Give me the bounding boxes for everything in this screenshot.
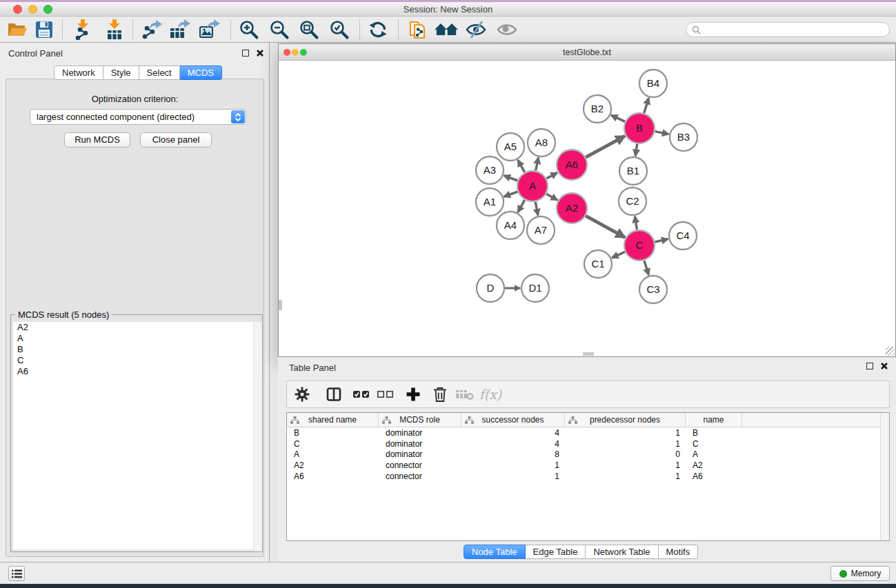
graph-node-A1[interactable]: A1	[476, 188, 504, 216]
graph-edge-B-B3[interactable]	[655, 132, 669, 134]
graph-node-A2[interactable]: A2	[557, 193, 587, 223]
graph-edge-A-A5[interactable]	[518, 160, 525, 172]
zoom-out-icon[interactable]	[269, 19, 290, 40]
graph-edge-A2-C[interactable]	[586, 216, 625, 237]
run-mcds-button[interactable]: Run MCDS	[64, 132, 130, 148]
graph-edge-C-C2[interactable]	[635, 216, 637, 230]
export-network-icon[interactable]	[141, 19, 163, 40]
zoom-in-icon[interactable]	[239, 19, 259, 40]
tab-select[interactable]: Select	[139, 65, 180, 80]
criterion-dropdown[interactable]: largest connected component (directed)	[30, 109, 246, 125]
graph-node-D[interactable]: D	[477, 274, 504, 302]
zoom-fit-icon[interactable]	[299, 19, 319, 40]
table-float-panel-icon[interactable]	[866, 362, 875, 371]
graph-node-A8[interactable]: A8	[528, 129, 555, 156]
table-row[interactable]: Adominator80A	[287, 449, 880, 460]
export-image-icon[interactable]	[199, 19, 221, 40]
task-history-button[interactable]	[8, 566, 25, 581]
add-column-icon[interactable]	[406, 387, 421, 402]
memory-button[interactable]: Memory	[830, 566, 890, 581]
float-panel-icon[interactable]	[242, 49, 251, 58]
hide-selected-icon[interactable]	[466, 20, 486, 39]
graph-edge-A-A6[interactable]	[546, 173, 557, 179]
search-input[interactable]	[704, 25, 889, 34]
graph-edge-C-C1[interactable]	[612, 252, 625, 258]
tab-motifs[interactable]: Motifs	[659, 545, 699, 559]
tab-edge-table[interactable]: Edge Table	[526, 545, 586, 559]
table-row[interactable]: Bdominator41B	[287, 427, 880, 438]
graph-node-A5[interactable]: A5	[497, 133, 524, 161]
column-header-MCDS-role[interactable]: MCDS role	[379, 413, 461, 427]
show-all-icon[interactable]	[497, 22, 517, 37]
import-network-icon[interactable]	[72, 19, 93, 40]
graph-edge-A-A1[interactable]	[504, 192, 518, 196]
graph-node-B4[interactable]: B4	[639, 70, 667, 97]
graph-edge-A-A3[interactable]	[504, 176, 518, 181]
graph-edge-B-B1[interactable]	[635, 144, 637, 156]
tab-network[interactable]: Network	[54, 65, 103, 80]
graph-node-C3[interactable]: C3	[639, 276, 667, 303]
graph-edge-A-A4[interactable]	[518, 200, 525, 212]
mcds-list-scrollbar[interactable]	[253, 322, 262, 551]
column-header-predecessor-nodes[interactable]: predecessor nodes	[565, 413, 686, 427]
graph-node-A6[interactable]: A6	[557, 150, 587, 180]
graph-node-A3[interactable]: A3	[476, 156, 504, 184]
save-session-icon[interactable]	[35, 21, 53, 39]
network-canvas[interactable]: B4B2BB3A5A8A6B1A3AA1C2A2A4A7C4CC1C3DD1	[279, 61, 895, 356]
table-row[interactable]: A6connector11A6	[287, 471, 880, 482]
column-header-name[interactable]: name	[686, 413, 742, 427]
table-close-panel-icon[interactable]	[880, 362, 889, 371]
graph-node-B1[interactable]: B1	[619, 157, 647, 185]
delete-columns-icon[interactable]	[432, 386, 448, 403]
canvas-left-handle[interactable]	[279, 300, 282, 310]
network-window-titlebar[interactable]: testGlobe.txt	[279, 44, 895, 61]
table-scrollbar[interactable]	[880, 413, 889, 540]
graph-node-A[interactable]: A	[517, 171, 548, 201]
split-view-icon[interactable]	[326, 386, 342, 403]
mcds-result-item[interactable]: B	[13, 344, 260, 355]
export-table-icon[interactable]	[169, 19, 191, 40]
graph-node-B[interactable]: B	[624, 113, 655, 143]
tab-node-table[interactable]: Node Table	[464, 545, 526, 559]
canvas-bottom-handle[interactable]	[583, 352, 594, 356]
graph-edge-A-A7[interactable]	[535, 202, 538, 216]
graph-node-B2[interactable]: B2	[584, 95, 611, 123]
graph-edge-B-B2[interactable]	[611, 115, 625, 121]
graph-node-A4[interactable]: A4	[497, 212, 524, 239]
mcds-result-item[interactable]: A2	[13, 322, 260, 333]
graph-node-A7[interactable]: A7	[527, 216, 555, 244]
graph-edge-C-C3[interactable]	[644, 261, 649, 275]
mcds-result-item[interactable]: C	[13, 355, 260, 366]
graph-edge-C-C4[interactable]	[655, 239, 668, 242]
graph-node-C2[interactable]: C2	[619, 187, 646, 215]
close-panel-icon[interactable]	[256, 49, 265, 58]
select-all-columns-icon[interactable]	[352, 389, 370, 400]
graph-node-B3[interactable]: B3	[670, 123, 697, 151]
graph-node-D1[interactable]: D1	[521, 274, 549, 302]
column-header-successor-nodes[interactable]: successor nodes	[461, 413, 565, 427]
zoom-selected-icon[interactable]	[329, 19, 350, 40]
graph-node-C1[interactable]: C1	[584, 250, 612, 278]
table-row[interactable]: A2connector11A2	[287, 460, 880, 471]
mcds-result-item[interactable]: A	[13, 333, 260, 344]
delete-table-icon[interactable]	[455, 387, 475, 401]
table-row[interactable]: Cdominator41C	[287, 438, 880, 449]
graph-node-C[interactable]: C	[624, 230, 655, 261]
tab-style[interactable]: Style	[103, 65, 139, 80]
copy-style-icon[interactable]	[408, 19, 428, 40]
graph-edge-A6-B[interactable]	[586, 136, 625, 157]
column-header-shared-name[interactable]: shared name	[287, 413, 379, 427]
graph-edge-A-A8[interactable]	[536, 158, 539, 171]
graph-edge-A-A2[interactable]	[546, 194, 557, 200]
settings-gear-icon[interactable]	[294, 386, 310, 403]
open-session-icon[interactable]	[7, 21, 28, 39]
window-resize-grip[interactable]	[886, 347, 895, 356]
refresh-layout-icon[interactable]	[368, 20, 388, 39]
search-field[interactable]	[686, 22, 890, 37]
graph-node-C4[interactable]: C4	[669, 222, 697, 250]
deselect-all-columns-icon[interactable]	[377, 389, 395, 400]
close-panel-button[interactable]: Close panel	[140, 132, 212, 148]
graph-edge-B-B4[interactable]	[644, 98, 649, 113]
mcds-result-item[interactable]: A6	[13, 366, 260, 377]
import-table-icon[interactable]	[104, 19, 125, 40]
